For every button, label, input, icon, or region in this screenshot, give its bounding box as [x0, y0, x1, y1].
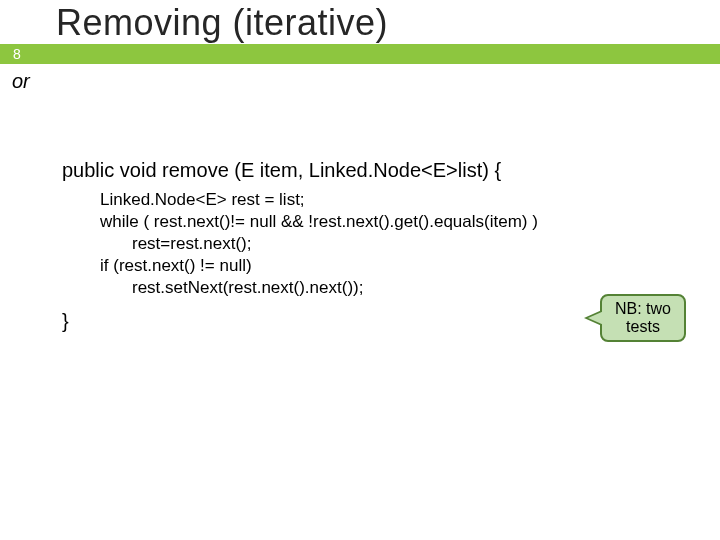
callout-text: NB: two tests	[602, 300, 684, 337]
code-block: public void remove (E item, Linked.Node<…	[62, 158, 682, 334]
code-signature: public void remove (E item, Linked.Node<…	[62, 158, 682, 183]
title-underline-bar	[0, 44, 720, 64]
code-line-2: while ( rest.next()!= null && !rest.next…	[100, 211, 682, 233]
code-body: Linked.Node<E> rest = list; while ( rest…	[100, 189, 682, 299]
page-number: 8	[13, 46, 21, 62]
callout-bubble: NB: two tests	[600, 294, 686, 342]
title-row: 8 Removing (iterative)	[0, 0, 720, 60]
code-line-4: if (rest.next() != null)	[100, 255, 682, 277]
code-line-1: Linked.Node<E> rest = list;	[100, 189, 682, 211]
code-line-5: rest.setNext(rest.next().next());	[132, 277, 682, 299]
page-number-badge: 8	[0, 44, 34, 64]
slide-title: Removing (iterative)	[56, 2, 388, 44]
or-label: or	[12, 70, 30, 93]
code-line-3: rest=rest.next();	[132, 233, 682, 255]
